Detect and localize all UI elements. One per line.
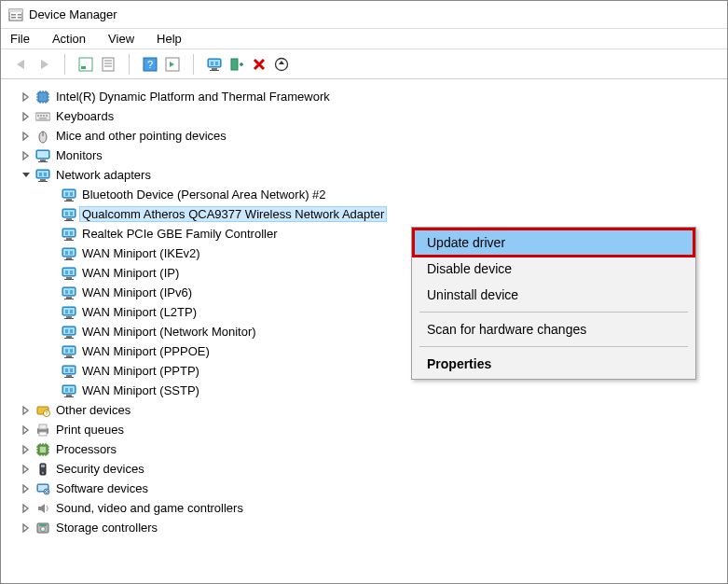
properties-icon — [101, 57, 116, 72]
tree-label: WAN Miniport (SSTP) — [79, 382, 202, 398]
tree-node-mice[interactable]: Mice and other pointing devices — [20, 126, 727, 146]
tree-label: Bluetooth Device (Personal Area Network)… — [79, 187, 329, 202]
sound-icon — [34, 500, 51, 517]
expander-spacer — [46, 306, 59, 319]
uninstall-button[interactable] — [226, 53, 248, 76]
app-icon — [8, 7, 23, 22]
tree-label: Mice and other pointing devices — [53, 128, 229, 144]
help-button[interactable]: ? — [139, 53, 161, 76]
menu-action[interactable]: Action — [48, 30, 89, 48]
svg-rect-41 — [81, 66, 86, 69]
expander-spacer — [46, 384, 59, 397]
expander-icon[interactable] — [20, 521, 33, 535]
expander-icon[interactable] — [20, 130, 33, 143]
update-driver-button[interactable] — [203, 53, 226, 76]
nic-icon — [61, 304, 77, 321]
tree-label: WAN Miniport (PPTP) — [79, 363, 202, 379]
scan-button[interactable] — [270, 53, 293, 76]
tree-label: WAN Miniport (PPPOE) — [79, 343, 213, 359]
expander-icon[interactable] — [20, 110, 33, 123]
toolbar-separator — [129, 54, 130, 75]
nic-icon — [61, 187, 77, 203]
expander-icon[interactable] — [20, 463, 33, 476]
tree-node-storage[interactable]: Storage controllers — [20, 518, 727, 537]
nic-icon — [61, 265, 77, 282]
tree-label: WAN Miniport (IPv6) — [79, 285, 195, 300]
expander-spacer — [46, 228, 59, 241]
tree-label: Software devices — [53, 480, 151, 496]
tree-label: Keyboards — [53, 108, 117, 124]
expander-icon[interactable] — [20, 482, 33, 495]
expander-icon[interactable] — [20, 404, 33, 417]
nic-icon — [61, 245, 77, 262]
expander-icon[interactable] — [20, 90, 33, 104]
panel-icon — [78, 57, 93, 72]
expander-icon[interactable] — [20, 443, 33, 456]
tree-node-netadapters[interactable]: Network adapters — [20, 165, 727, 185]
tree-node-keyboards[interactable]: Keyboards — [20, 106, 727, 126]
tree-label: WAN Miniport (IKEv2) — [79, 245, 203, 261]
nic-icon — [61, 363, 77, 380]
expander-icon[interactable] — [20, 502, 33, 515]
device-tree[interactable]: Intel(R) Dynamic Platform and Thermal Fr… — [1, 79, 727, 584]
ctx-disable-device[interactable]: Disable device — [414, 256, 694, 282]
forward-button[interactable] — [33, 53, 55, 76]
tree-node-dptf[interactable]: Intel(R) Dynamic Platform and Thermal Fr… — [20, 87, 727, 106]
ctx-properties[interactable]: Properties — [414, 351, 694, 377]
tree-label: Qualcomm Atheros QCA9377 Wireless Networ… — [79, 206, 387, 222]
menubar: File Action View Help — [1, 29, 727, 49]
expander-spacer — [46, 345, 59, 358]
tree-node-monitors[interactable]: Monitors — [20, 146, 727, 165]
toolbar-separator — [193, 54, 194, 75]
tree-label: WAN Miniport (IP) — [79, 265, 182, 281]
ctx-uninstall-device[interactable]: Uninstall device — [414, 282, 694, 308]
expander-spacer — [46, 208, 59, 221]
back-button[interactable] — [10, 53, 33, 76]
tree-node-software[interactable]: Software devices — [20, 479, 727, 498]
keyboard-icon — [34, 108, 51, 125]
tree-node-qca9377[interactable]: Qualcomm Atheros QCA9377 Wireless Networ… — [46, 204, 727, 224]
tree-node-other[interactable]: Other devices — [20, 400, 727, 420]
printer-icon — [34, 422, 51, 438]
ctx-separator — [419, 312, 688, 313]
show-hidden-button[interactable] — [75, 53, 97, 76]
nic-icon — [61, 206, 77, 223]
ctx-scan-hardware[interactable]: Scan for hardware changes — [414, 316, 694, 342]
tree-label: Print queues — [53, 422, 127, 438]
tree-node-wan-sstp[interactable]: WAN Miniport (SSTP) — [46, 381, 727, 400]
disable-button[interactable] — [248, 53, 270, 76]
context-menu: Update driver Disable device Uninstall d… — [411, 227, 696, 380]
tree-label: Storage controllers — [53, 520, 160, 535]
svg-rect-42 — [103, 58, 114, 71]
menu-help[interactable]: Help — [153, 30, 185, 48]
refresh-icon — [274, 57, 289, 72]
tree-node-security[interactable]: Security devices — [20, 459, 727, 479]
tree-label: Processors — [53, 441, 119, 457]
tree-node-sound[interactable]: Sound, video and game controllers — [20, 498, 727, 518]
ctx-update-driver[interactable]: Update driver — [414, 229, 694, 256]
nic-icon — [61, 324, 77, 341]
menu-file[interactable]: File — [7, 30, 34, 48]
expander-spacer — [46, 365, 59, 378]
tree-label: Intel(R) Dynamic Platform and Thermal Fr… — [53, 89, 333, 104]
tree-label: Realtek PCIe GBE Family Controller — [79, 226, 281, 242]
properties-button[interactable] — [97, 53, 119, 76]
tree-label: WAN Miniport (L2TP) — [79, 304, 199, 320]
nic-icon — [61, 285, 77, 301]
tree-node-bt-pan[interactable]: Bluetooth Device (Personal Area Network)… — [46, 185, 727, 204]
tree-node-printq[interactable]: Print queues — [20, 420, 727, 439]
monitor-up-icon — [207, 57, 222, 72]
red-x-icon — [252, 57, 267, 72]
action-button[interactable] — [161, 53, 184, 76]
nic-icon — [61, 343, 77, 360]
expander-icon[interactable] — [20, 169, 33, 182]
window-title: Device Manager — [29, 7, 117, 21]
arrow-right-icon — [35, 58, 52, 71]
toolbar: ? — [1, 49, 727, 79]
expander-icon[interactable] — [20, 424, 33, 437]
expander-icon[interactable] — [20, 149, 33, 162]
menu-view[interactable]: View — [104, 30, 138, 48]
tree-node-cpus[interactable]: Processors — [20, 439, 727, 459]
arrow-left-icon — [13, 58, 30, 71]
titlebar: Device Manager — [1, 1, 727, 29]
